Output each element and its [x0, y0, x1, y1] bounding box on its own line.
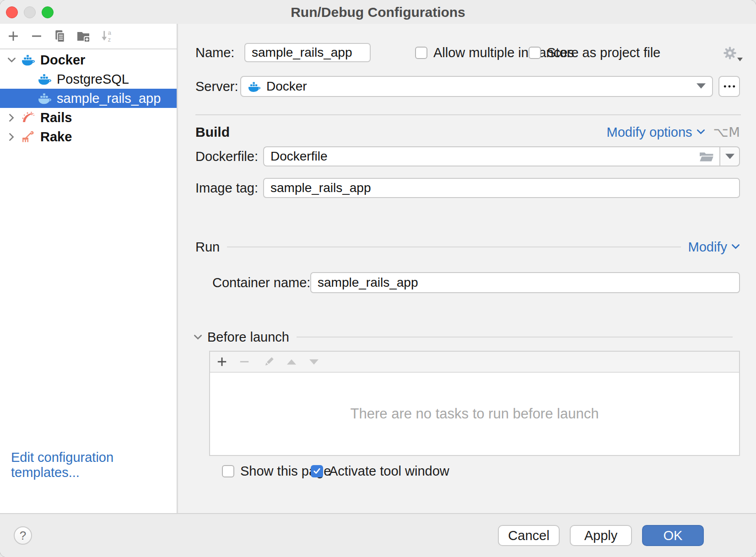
- configurations-tree: Docker PostgreSQL sample_rails_app: [0, 49, 177, 146]
- dockerfile-row: Dockerfile: Dockerfile: [178, 146, 756, 166]
- store-options-gear-button[interactable]: [723, 46, 739, 60]
- help-button[interactable]: ?: [14, 526, 32, 545]
- chevron-right-icon[interactable]: [6, 113, 16, 122]
- gear-icon: [723, 46, 737, 60]
- name-label: Name:: [195, 45, 234, 60]
- chevron-down-icon[interactable]: [6, 57, 16, 63]
- new-folder-icon: [76, 29, 90, 43]
- before-launch-options-row: Show this page Activate tool window: [178, 461, 756, 481]
- image-tag-row: Image tag:: [178, 178, 756, 198]
- section-divider: [195, 114, 741, 115]
- apply-button[interactable]: Apply: [570, 525, 632, 546]
- plus-icon: [7, 30, 20, 43]
- image-tag-input[interactable]: [263, 178, 740, 198]
- tree-item-rake[interactable]: Rake: [0, 127, 177, 146]
- container-name-label: Container name:: [212, 275, 310, 290]
- triangle-up-icon: [287, 359, 296, 365]
- modify-options-link[interactable]: Modify options: [607, 125, 692, 140]
- sort-configurations-button[interactable]: az: [100, 29, 113, 43]
- copy-configuration-button[interactable]: [53, 29, 67, 43]
- tree-item-docker[interactable]: Docker: [0, 50, 177, 70]
- docker-icon: [38, 72, 52, 86]
- modify-options-shortcut: ⌥M: [713, 124, 740, 140]
- chevron-down-icon: [697, 128, 705, 136]
- chevron-right-icon[interactable]: [6, 133, 16, 141]
- pencil-icon: [263, 355, 275, 368]
- allow-multiple-instances-checkbox[interactable]: [415, 47, 427, 59]
- tree-item-postgresql[interactable]: PostgreSQL: [0, 70, 177, 89]
- configurations-sidebar: az Docker PostgreSQL: [0, 24, 178, 513]
- ok-button[interactable]: OK: [642, 525, 704, 546]
- build-section-title: Build: [195, 124, 230, 140]
- tree-item-label: sample_rails_app: [57, 91, 161, 106]
- server-value: Docker: [266, 79, 307, 94]
- store-as-project-file-option: Store as project file: [529, 43, 660, 62]
- tree-item-label: Rails: [40, 110, 72, 125]
- configuration-editor: Name: Allow multiple instances Store as …: [178, 24, 756, 513]
- before-launch-header: Before launch: [178, 327, 756, 347]
- question-mark-icon: ?: [20, 529, 26, 543]
- copy-icon: [53, 29, 67, 43]
- chevron-down-icon: [725, 154, 734, 159]
- open-folder-icon[interactable]: [699, 151, 714, 166]
- move-task-down-button: [308, 355, 320, 368]
- store-as-project-file-label: Store as project file: [547, 45, 660, 60]
- checkmark-icon: [313, 468, 321, 474]
- cancel-button[interactable]: Cancel: [498, 525, 560, 546]
- rails-icon: [21, 111, 36, 124]
- sidebar-toolbar: az: [0, 24, 177, 49]
- build-section-header: Build Modify options ⌥M: [178, 122, 756, 143]
- remove-task-button: [238, 355, 251, 368]
- zoom-window-button[interactable]: [42, 6, 54, 18]
- activate-tool-window-checkbox[interactable]: [311, 465, 323, 477]
- activate-tool-window-label: Activate tool window: [329, 464, 449, 479]
- run-section-header: Run Modify: [178, 237, 756, 257]
- docker-icon: [38, 91, 52, 105]
- chevron-down-icon: [731, 243, 740, 251]
- dockerfile-dropdown-button[interactable]: [719, 146, 740, 166]
- before-launch-task-list: There are no tasks to run before launch: [209, 351, 740, 456]
- docker-icon: [248, 81, 261, 92]
- section-line: [227, 246, 680, 247]
- chevron-down-icon: [737, 58, 743, 61]
- server-row: Server: Docker: [178, 76, 756, 97]
- tree-item-label: Rake: [40, 129, 72, 145]
- close-window-button[interactable]: [6, 6, 18, 18]
- store-as-project-file-checkbox[interactable]: [529, 47, 541, 59]
- chevron-down-icon: [697, 82, 706, 91]
- edit-configuration-templates-link[interactable]: Edit configuration templates...: [11, 450, 177, 480]
- tree-item-rails[interactable]: Rails: [0, 108, 177, 127]
- dockerfile-input[interactable]: Dockerfile: [263, 146, 719, 166]
- new-folder-button[interactable]: [76, 29, 90, 43]
- title-bar: Run/Debug Configurations: [0, 0, 756, 24]
- server-more-options-button[interactable]: [718, 76, 740, 97]
- run-modify-link[interactable]: Modify: [688, 240, 727, 255]
- plus-icon: [216, 356, 228, 368]
- before-launch-empty-state: There are no tasks to run before launch: [210, 373, 739, 455]
- traffic-lights: [6, 6, 54, 18]
- add-configuration-button[interactable]: [6, 29, 20, 43]
- name-input[interactable]: [244, 43, 371, 62]
- container-name-row: Container name:: [178, 272, 756, 293]
- add-task-button[interactable]: [216, 355, 228, 368]
- minimize-window-button: [24, 6, 36, 18]
- triangle-down-icon: [309, 359, 319, 365]
- before-launch-toolbar: [210, 352, 739, 373]
- server-select[interactable]: Docker: [240, 76, 713, 97]
- dialog-title: Run/Debug Configurations: [0, 0, 756, 24]
- tree-item-label: Docker: [40, 53, 85, 68]
- chevron-down-icon[interactable]: [194, 334, 202, 340]
- tree-item-label: PostgreSQL: [57, 72, 129, 87]
- footer-buttons: Cancel Apply OK: [498, 525, 704, 546]
- dockerfile-combo: Dockerfile: [263, 146, 740, 166]
- remove-configuration-button[interactable]: [30, 29, 43, 43]
- sort-alphabetically-icon: az: [100, 29, 113, 43]
- section-line: [297, 337, 733, 337]
- tree-item-sample-rails-app[interactable]: sample_rails_app: [0, 89, 177, 108]
- run-section-title: Run: [195, 240, 220, 255]
- dockerfile-value: Dockerfile: [270, 149, 327, 164]
- server-label: Server:: [195, 79, 238, 94]
- show-this-page-checkbox[interactable]: [222, 465, 234, 477]
- minus-icon: [238, 356, 250, 368]
- container-name-input[interactable]: [310, 272, 740, 293]
